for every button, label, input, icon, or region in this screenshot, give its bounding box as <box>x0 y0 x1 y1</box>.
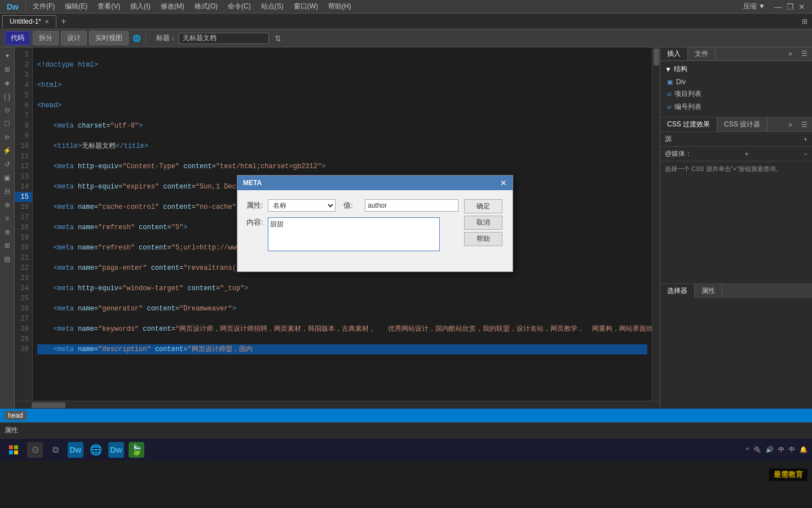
meta-dialog: META ✕ 属性: 名称 http-equiv 值: 内容: 甜甜 <box>237 175 513 272</box>
modal-attr-row: 属性: 名称 http-equiv 值: <box>246 199 458 212</box>
modal-buttons: 确定 取消 帮助 <box>464 199 504 262</box>
modal-close-btn[interactable]: ✕ <box>500 178 507 187</box>
modal-attr-label: 属性: <box>246 200 264 211</box>
modal-help-btn[interactable]: 帮助 <box>464 232 502 246</box>
modal-overlay: META ✕ 属性: 名称 http-equiv 值: 内容: 甜甜 <box>0 0 812 461</box>
modal-body: 属性: 名称 http-equiv 值: 内容: 甜甜 确定 取消 帮助 <box>237 190 513 271</box>
modal-value-label: 值: <box>343 200 361 211</box>
modal-attr-select[interactable]: 名称 http-equiv <box>268 199 336 212</box>
modal-value-input[interactable] <box>365 199 458 212</box>
modal-content-textarea[interactable]: 甜甜 <box>268 217 440 251</box>
modal-content-label: 内容: <box>246 217 264 227</box>
modal-cancel-btn[interactable]: 取消 <box>464 216 502 230</box>
modal-confirm-btn[interactable]: 确定 <box>464 199 502 213</box>
modal-title: META <box>243 179 262 187</box>
modal-title-bar: META ✕ <box>237 176 513 190</box>
modal-form: 属性: 名称 http-equiv 值: 内容: 甜甜 <box>246 199 458 262</box>
modal-content-row: 内容: 甜甜 <box>246 217 458 251</box>
